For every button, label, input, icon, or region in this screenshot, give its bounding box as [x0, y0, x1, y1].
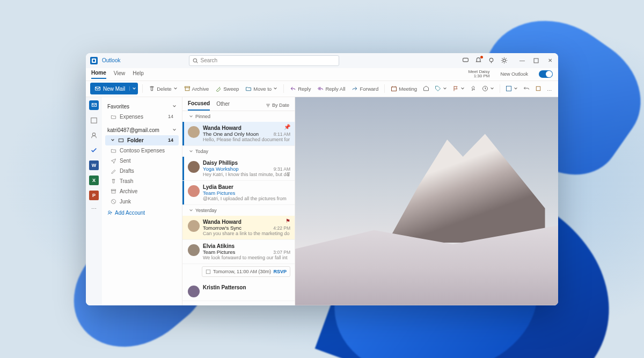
meet-time: 1:30 PM [468, 74, 489, 78]
delete-button[interactable]: Delete [147, 85, 179, 92]
svg-rect-10 [392, 87, 397, 91]
app-title: Outlook [102, 57, 120, 63]
meet-info[interactable]: Meet Daisy 1:30 PM [468, 70, 489, 78]
chevron-down-icon [172, 104, 177, 108]
avatar [188, 185, 200, 197]
undo-icon [523, 85, 530, 92]
pin-icon: 📌 [284, 124, 290, 130]
pin-button[interactable] [469, 85, 478, 92]
group-yesterday[interactable]: Yesterday [182, 205, 295, 216]
forward-icon [352, 85, 358, 92]
chat-icon[interactable] [462, 57, 469, 64]
undo-button[interactable] [522, 85, 531, 92]
rail-powerpoint[interactable]: P [89, 191, 99, 200]
calendar-icon [206, 269, 211, 274]
tag-button[interactable] [434, 85, 448, 92]
avatar [188, 126, 200, 138]
tab-other[interactable]: Other [216, 101, 230, 110]
rail-excel[interactable]: X [89, 176, 99, 185]
sidebar-item-drafts[interactable]: Drafts [105, 166, 179, 176]
read-unread-button[interactable] [422, 85, 430, 92]
avatar [188, 161, 200, 173]
sidebar-item-trash[interactable]: Trash [105, 176, 179, 186]
rail-people[interactable] [89, 130, 99, 140]
move-to-button[interactable]: Move to [244, 85, 279, 92]
new-outlook-toggle[interactable] [539, 70, 553, 78]
message-item[interactable]: Lydia Bauer Team Pictures @Katri, I uplo… [182, 181, 295, 205]
new-mail-button[interactable]: New Mail [90, 83, 138, 94]
forward-button[interactable]: Forward [350, 85, 380, 92]
svg-rect-22 [206, 269, 210, 273]
more-button[interactable]: … [546, 86, 553, 92]
delete-hover-icon[interactable] [286, 171, 291, 177]
add-account-button[interactable]: Add Account [105, 207, 179, 219]
message-item[interactable]: Wanda Howard The One and Only Moon Hello… [182, 122, 295, 146]
close-button[interactable]: ✕ [546, 57, 554, 64]
settings-icon[interactable] [500, 57, 508, 64]
filter-icon [266, 103, 270, 108]
outlook-window: Outlook Search — ✕ Home View Help Meet D… [86, 53, 558, 305]
reply-all-button[interactable]: Reply All [316, 85, 347, 92]
svg-point-3 [489, 58, 493, 62]
search-input[interactable]: Search [189, 55, 339, 66]
tab-home[interactable]: Home [91, 70, 106, 79]
favorites-header[interactable]: Favorites [105, 101, 179, 112]
message-item[interactable]: Kristin Patterson [182, 281, 295, 301]
rail-mail[interactable] [89, 100, 99, 110]
sidebar-item-sent[interactable]: Sent [105, 156, 179, 166]
message-item[interactable]: Daisy Phillips Yoga Workshop Hey Katri, … [182, 157, 295, 181]
meeting-button[interactable]: Meeting [389, 85, 419, 92]
junk-icon [111, 199, 116, 204]
new-outlook-label: New Outlook [500, 71, 528, 77]
meeting-icon [391, 85, 397, 92]
quick-steps-button[interactable] [504, 85, 519, 92]
notifications-icon[interactable] [474, 57, 482, 64]
sweep-button[interactable]: Sweep [214, 85, 240, 92]
background-mountain [387, 128, 545, 243]
message-item[interactable]: Elvia Atikins Team Pictures We look forw… [182, 240, 295, 264]
sidebar-item-contoso[interactable]: Contoso Expenses [105, 145, 179, 156]
flag-icon [452, 85, 459, 92]
minimize-button[interactable]: — [518, 57, 526, 64]
svg-point-0 [194, 59, 197, 62]
sidebar-item-junk[interactable]: Junk [105, 196, 179, 207]
new-mail-dropdown[interactable] [129, 86, 138, 91]
reply-all-icon [317, 85, 324, 92]
svg-rect-14 [92, 104, 96, 107]
group-today[interactable]: Today [182, 146, 295, 157]
mail-icon [94, 85, 101, 92]
avatar [188, 220, 200, 232]
sidebar-item-folder[interactable]: Folder 14 [105, 135, 179, 145]
message-item[interactable]: Wanda Howard Tomorrow's Sync Can you sha… [182, 216, 295, 240]
maximize-button[interactable] [532, 57, 540, 64]
archive-button[interactable]: Archive [182, 85, 211, 92]
tab-view[interactable]: View [114, 70, 126, 78]
addins-button[interactable] [534, 85, 543, 92]
sort-button[interactable]: By Date [266, 103, 289, 108]
sidebar-item-expenses[interactable]: Expenses 14 [105, 112, 179, 122]
flag-button[interactable] [451, 85, 466, 92]
tips-icon[interactable] [487, 57, 495, 64]
rail-todo[interactable] [89, 145, 99, 155]
rsvp-bar[interactable]: Tomorrow, 11:00 AM (30m) RSVP [202, 266, 290, 277]
reply-button[interactable]: Reply [288, 85, 312, 92]
snooze-button[interactable] [481, 85, 495, 92]
tab-focused[interactable]: Focused [188, 100, 210, 111]
rail-calendar[interactable] [89, 115, 99, 125]
account-header[interactable]: katri0487@gmail.com [105, 125, 179, 135]
inbox-icon [118, 137, 124, 143]
svg-point-21 [108, 211, 111, 213]
rsvp-button[interactable]: RSVP [273, 269, 287, 274]
group-pinned[interactable]: Pinned [182, 111, 295, 122]
folder-sidebar: Favorites Expenses 14 katri0487@gmail.co… [102, 97, 182, 305]
rail-more[interactable]: ⋯ [91, 206, 97, 211]
sidebar-item-archive[interactable]: Archive [105, 186, 179, 196]
chevron-down-icon [173, 86, 178, 91]
tag-icon [435, 85, 441, 92]
tab-help[interactable]: Help [133, 70, 144, 78]
drafts-icon [111, 168, 116, 174]
sweep-icon [215, 85, 222, 92]
rail-word[interactable]: W [89, 160, 99, 170]
svg-rect-15 [91, 118, 97, 123]
reading-pane [295, 97, 558, 305]
